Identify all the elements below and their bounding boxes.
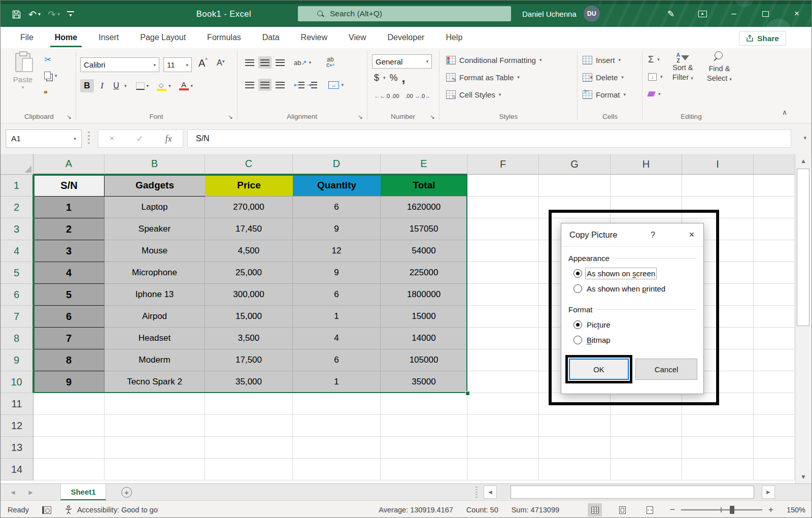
align-left-button[interactable] (243, 79, 256, 91)
view-normal-button[interactable] (588, 503, 602, 516)
cell-F13[interactable] (467, 437, 539, 459)
cell-B3[interactable]: Speaker (105, 218, 205, 240)
column-header-B[interactable]: B (105, 154, 205, 175)
conditional-formatting-button[interactable]: Conditional Formatting▾ (446, 54, 542, 66)
sheet-tab-sheet1[interactable]: Sheet1 (60, 484, 106, 500)
zoom-slider[interactable] (681, 506, 762, 514)
name-box-dropdown-icon[interactable]: ▾ (74, 136, 76, 141)
cell-B4[interactable]: Mouse (105, 240, 205, 262)
borders-button[interactable] (136, 82, 145, 90)
cell-D13[interactable] (293, 437, 381, 459)
cell-G1[interactable] (539, 175, 611, 197)
merge-center-dropdown-icon[interactable]: ▾ (341, 82, 344, 87)
scroll-right-icon[interactable]: ► (762, 485, 775, 499)
font-color-button[interactable]: A (179, 81, 189, 90)
align-center-button[interactable] (258, 79, 272, 91)
cell-B12[interactable] (105, 415, 205, 437)
radio-bitmap[interactable]: Bitmap (561, 336, 703, 344)
italic-button[interactable]: I (96, 79, 108, 92)
cell-C13[interactable] (205, 437, 293, 459)
cell-C2[interactable]: 270,000 (205, 197, 293, 218)
redo-button[interactable]: ↷▾ (48, 10, 60, 19)
name-box-splitter[interactable] (88, 132, 90, 146)
decrease-indent-button[interactable]: ⇤ (294, 82, 304, 88)
fill-button[interactable]: ↓▾ (648, 71, 663, 83)
radio-circle-bitmap[interactable] (573, 336, 582, 344)
macro-record-icon[interactable] (42, 506, 51, 514)
account-area[interactable]: Daniel Uchenna DU (522, 1, 600, 27)
cell-B2[interactable]: Laptop (105, 197, 205, 218)
cell-J8[interactable] (754, 328, 795, 349)
cell-F1[interactable] (467, 175, 539, 197)
number-format-combobox[interactable]: General▾ (372, 54, 432, 69)
row-header-8[interactable]: 8 (1, 328, 33, 349)
cell-A10[interactable]: 9 (33, 371, 105, 393)
column-header-F[interactable]: F (467, 154, 539, 175)
copy-dropdown-icon[interactable]: ▾ (55, 73, 57, 78)
cell-F10[interactable] (467, 371, 539, 393)
cell-D5[interactable]: 9 (293, 262, 381, 284)
shrink-font-button[interactable]: A▾ (217, 58, 225, 68)
cell-D11[interactable] (293, 393, 381, 415)
bottom-align-button[interactable] (274, 56, 287, 69)
tab-data[interactable]: Data (252, 27, 290, 48)
fill-color-dropdown-icon[interactable]: ▾ (168, 83, 171, 88)
tab-developer[interactable]: Developer (377, 27, 435, 48)
cell-A2[interactable]: 1 (33, 197, 105, 218)
cell-F7[interactable] (467, 306, 539, 328)
cell-D14[interactable] (293, 459, 381, 480)
cell-C7[interactable]: 15,000 (205, 306, 293, 328)
format-as-table-button[interactable]: ✎ Format as Table▾ (446, 71, 520, 83)
orientation-dropdown-icon[interactable]: ▾ (309, 60, 311, 65)
vertical-scroll-thumb[interactable] (797, 169, 809, 326)
row-header-7[interactable]: 7 (1, 306, 33, 328)
cell-B6[interactable]: Iphone 13 (105, 284, 205, 306)
cell-D4[interactable]: 12 (293, 240, 381, 262)
cell-F4[interactable] (467, 240, 539, 262)
zoom-slider-thumb[interactable] (730, 506, 734, 514)
cell-I13[interactable] (682, 437, 754, 459)
cell-D12[interactable] (293, 415, 381, 437)
cell-J12[interactable] (754, 415, 795, 437)
formula-input[interactable]: S/N (187, 130, 791, 148)
font-size-combobox[interactable]: 11▾ (163, 57, 192, 72)
tab-help[interactable]: Help (435, 27, 473, 48)
cell-F5[interactable] (467, 262, 539, 284)
cell-B14[interactable] (105, 459, 205, 480)
cell-J4[interactable] (754, 240, 795, 262)
view-page-layout-button[interactable] (615, 503, 629, 516)
cell-C6[interactable]: 300,000 (205, 284, 293, 306)
radio-circle-screen[interactable] (573, 269, 582, 278)
view-page-break-button[interactable] (642, 503, 657, 516)
row-header-2[interactable]: 2 (1, 197, 33, 218)
cell-C5[interactable]: 25,000 (205, 262, 293, 284)
tab-file[interactable]: File (10, 27, 44, 48)
row-header-6[interactable]: 6 (1, 284, 33, 306)
radio-circle-picture[interactable] (573, 320, 582, 329)
row-header-4[interactable]: 4 (1, 240, 33, 262)
autosum-button[interactable]: Σ▾ (648, 53, 660, 66)
font-color-dropdown-icon[interactable]: ▾ (191, 83, 193, 88)
alignment-dialog-launcher-icon[interactable]: ↘ (358, 113, 363, 120)
column-header-I[interactable]: I (682, 154, 754, 175)
row-header-14[interactable]: 14 (1, 459, 33, 480)
dialog-help-icon[interactable]: ? (651, 231, 655, 240)
decrease-decimal-button[interactable]: .00 →.0→ (405, 93, 431, 99)
underline-dropdown-icon[interactable]: ▾ (124, 83, 127, 88)
cell-E13[interactable] (381, 437, 467, 459)
cell-A6[interactable]: 5 (33, 284, 105, 306)
currency-format-button[interactable]: $ (374, 73, 379, 83)
cell-C14[interactable] (205, 459, 293, 480)
cell-H12[interactable] (611, 415, 682, 437)
cell-D3[interactable]: 9 (293, 218, 381, 240)
cell-C4[interactable]: 4,500 (205, 240, 293, 262)
zoom-level[interactable]: 150% (787, 506, 805, 514)
borders-dropdown-icon[interactable]: ▾ (147, 83, 149, 88)
cell-I1[interactable] (682, 175, 754, 197)
cell-J3[interactable] (754, 218, 795, 240)
font-name-combobox[interactable]: Calibri▾ (80, 57, 159, 72)
cell-E1[interactable]: Total (381, 175, 467, 197)
cell-H14[interactable] (611, 459, 682, 480)
cell-D8[interactable]: 4 (293, 328, 381, 349)
row-header-3[interactable]: 3 (1, 218, 33, 240)
